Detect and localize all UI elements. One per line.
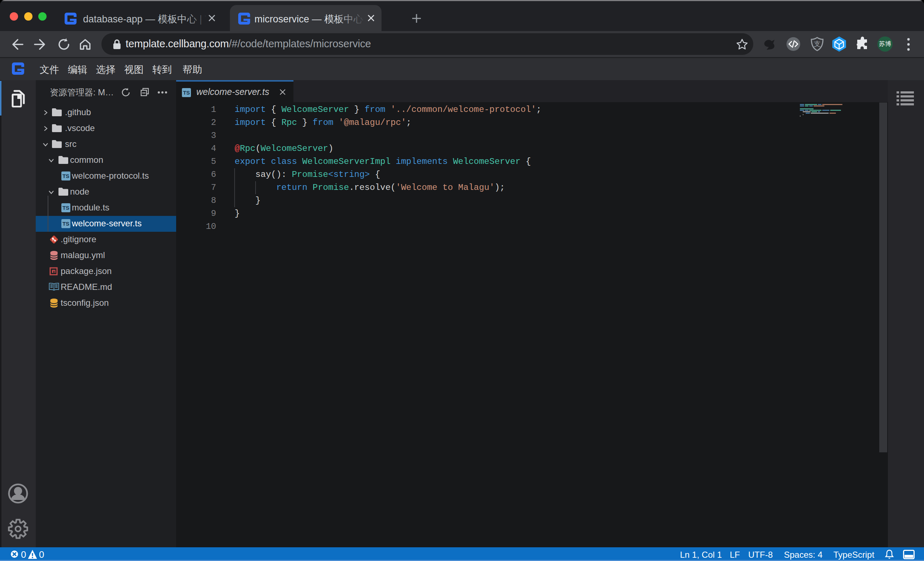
svg-text:支: 支 <box>814 40 821 48</box>
